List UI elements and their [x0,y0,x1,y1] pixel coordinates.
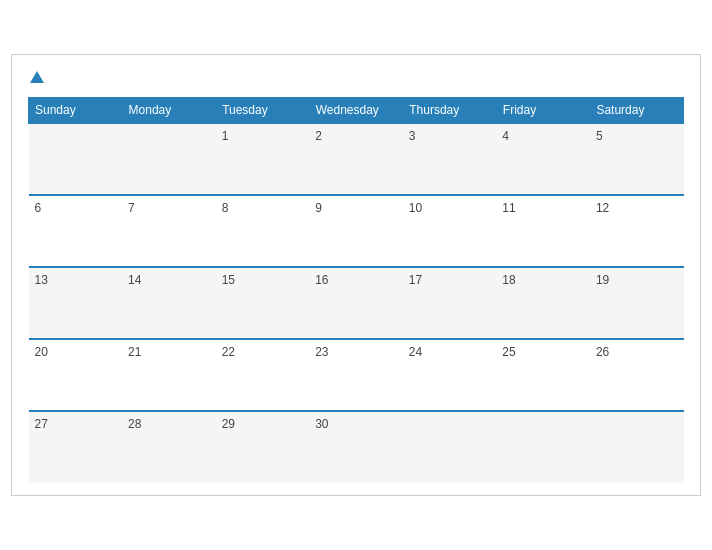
calendar-container: SundayMondayTuesdayWednesdayThursdayFrid… [11,54,701,496]
day-number: 21 [128,345,141,359]
day-header-thursday: Thursday [403,98,497,124]
calendar-day-cell: 8 [216,195,310,267]
day-number: 10 [409,201,422,215]
day-number: 23 [315,345,328,359]
calendar-week-row: 12345 [29,123,684,195]
calendar-day-cell [403,411,497,483]
day-number: 17 [409,273,422,287]
day-number: 1 [222,129,229,143]
calendar-day-cell: 30 [309,411,403,483]
day-header-friday: Friday [496,98,590,124]
calendar-day-cell: 13 [29,267,123,339]
day-header-monday: Monday [122,98,216,124]
calendar-week-row: 27282930 [29,411,684,483]
day-number: 27 [35,417,48,431]
calendar-week-row: 20212223242526 [29,339,684,411]
day-number: 9 [315,201,322,215]
calendar-day-cell: 15 [216,267,310,339]
day-number: 14 [128,273,141,287]
day-number: 29 [222,417,235,431]
calendar-day-cell: 4 [496,123,590,195]
day-number: 18 [502,273,515,287]
calendar-day-cell: 14 [122,267,216,339]
calendar-day-cell: 26 [590,339,684,411]
calendar-header [28,71,684,83]
day-number: 3 [409,129,416,143]
day-header-sunday: Sunday [29,98,123,124]
day-number: 24 [409,345,422,359]
day-header-wednesday: Wednesday [309,98,403,124]
calendar-day-cell: 27 [29,411,123,483]
calendar-day-cell: 18 [496,267,590,339]
calendar-day-cell: 9 [309,195,403,267]
calendar-day-cell: 11 [496,195,590,267]
calendar-day-cell: 5 [590,123,684,195]
day-number: 20 [35,345,48,359]
day-number: 26 [596,345,609,359]
calendar-day-cell: 6 [29,195,123,267]
day-number: 11 [502,201,515,215]
calendar-day-cell: 10 [403,195,497,267]
calendar-day-cell: 19 [590,267,684,339]
calendar-day-cell: 7 [122,195,216,267]
day-number: 22 [222,345,235,359]
calendar-table: SundayMondayTuesdayWednesdayThursdayFrid… [28,97,684,483]
calendar-week-row: 13141516171819 [29,267,684,339]
calendar-day-cell [122,123,216,195]
day-number: 25 [502,345,515,359]
calendar-day-cell [496,411,590,483]
day-number: 4 [502,129,509,143]
calendar-day-cell: 3 [403,123,497,195]
logo-line-top [28,71,44,83]
calendar-day-cell: 29 [216,411,310,483]
day-header-saturday: Saturday [590,98,684,124]
calendar-day-cell: 1 [216,123,310,195]
day-number: 28 [128,417,141,431]
calendar-day-cell: 28 [122,411,216,483]
day-number: 19 [596,273,609,287]
day-number: 5 [596,129,603,143]
calendar-day-cell: 2 [309,123,403,195]
day-number: 2 [315,129,322,143]
calendar-day-cell: 25 [496,339,590,411]
day-number: 13 [35,273,48,287]
calendar-day-cell: 23 [309,339,403,411]
day-number: 8 [222,201,229,215]
logo-triangle-icon [30,71,44,83]
calendar-day-cell [590,411,684,483]
calendar-day-cell: 22 [216,339,310,411]
day-header-tuesday: Tuesday [216,98,310,124]
day-number: 12 [596,201,609,215]
calendar-day-cell: 12 [590,195,684,267]
calendar-day-cell: 17 [403,267,497,339]
calendar-day-cell: 24 [403,339,497,411]
day-number: 6 [35,201,42,215]
calendar-week-row: 6789101112 [29,195,684,267]
calendar-day-cell: 21 [122,339,216,411]
day-number: 16 [315,273,328,287]
calendar-day-cell: 16 [309,267,403,339]
calendar-header-row: SundayMondayTuesdayWednesdayThursdayFrid… [29,98,684,124]
day-number: 7 [128,201,135,215]
calendar-day-cell: 20 [29,339,123,411]
calendar-day-cell [29,123,123,195]
day-number: 30 [315,417,328,431]
day-number: 15 [222,273,235,287]
logo-area [28,71,44,83]
